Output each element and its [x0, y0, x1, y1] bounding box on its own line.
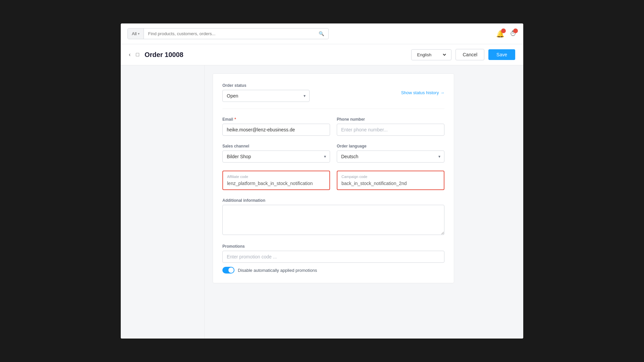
language-selector[interactable]: English Deutsch: [411, 49, 451, 60]
promotions-section: Promotions Disable automatically applied…: [222, 244, 444, 274]
affiliate-code-input[interactable]: [227, 181, 325, 186]
form-card: Order status Open In Progress Completed …: [213, 73, 454, 283]
top-bar: All ▾ 🔍 🔔 ⏱: [121, 23, 523, 44]
order-language-col: Order language Deutsch English: [337, 144, 444, 163]
sales-channel-label: Sales channel: [222, 144, 330, 148]
campaign-code-label: Campaign code: [341, 175, 440, 179]
notification-bell-button[interactable]: 🔔: [496, 30, 504, 38]
email-input[interactable]: [222, 124, 330, 136]
campaign-code-input[interactable]: [341, 181, 440, 186]
disable-promotions-row: Disable automatically applied promotions: [222, 267, 444, 274]
email-col: Email *: [222, 117, 330, 136]
page-header: ‹ □ Order 10008 English Deutsch Cancel S…: [121, 44, 523, 65]
email-label: Email *: [222, 117, 330, 122]
copy-icon: □: [136, 52, 139, 57]
phone-label: Phone number: [337, 117, 444, 122]
sales-channel-wrapper: Bilder Shop: [222, 150, 330, 163]
sales-channel-col: Sales channel Bilder Shop: [222, 144, 330, 163]
content-area: Order status Open In Progress Completed …: [121, 65, 523, 339]
additional-info-label: Additional information: [222, 198, 444, 203]
sales-channel-select[interactable]: Bilder Shop: [222, 150, 330, 163]
phone-col: Phone number: [337, 117, 444, 136]
timer-badge: [513, 28, 518, 33]
notification-badge: [501, 28, 506, 33]
campaign-code-col: Campaign code: [337, 171, 444, 190]
additional-info-section: Additional information: [222, 198, 444, 236]
disable-promotions-toggle[interactable]: [222, 267, 234, 274]
page-title: Order 10008: [145, 51, 183, 59]
affiliate-code-label: Affiliate code: [227, 175, 325, 179]
email-phone-row: Email * Phone number: [222, 117, 444, 136]
language-dropdown[interactable]: English Deutsch: [416, 52, 447, 58]
save-button[interactable]: Save: [488, 49, 515, 60]
main-content: Order status Open In Progress Completed …: [205, 65, 523, 339]
order-language-label: Order language: [337, 144, 444, 148]
order-language-wrapper: Deutsch English: [337, 150, 444, 163]
order-status-wrapper: Open In Progress Completed: [222, 90, 310, 102]
required-star: *: [234, 117, 236, 122]
affiliate-code-wrapper: Affiliate code: [222, 171, 330, 190]
promotion-code-input[interactable]: [222, 251, 444, 263]
search-all-label: All: [132, 31, 137, 36]
order-status-label: Order status: [222, 83, 401, 88]
search-icon: 🔍: [319, 31, 324, 36]
disable-promotions-label: Disable automatically applied promotions: [238, 268, 317, 273]
cancel-button[interactable]: Cancel: [455, 49, 484, 60]
affiliate-campaign-row: Affiliate code Campaign code: [222, 171, 444, 190]
copy-button[interactable]: □: [136, 52, 139, 58]
promotions-label: Promotions: [222, 244, 444, 249]
back-icon: ‹: [129, 52, 130, 58]
affiliate-code-col: Affiliate code: [222, 171, 330, 190]
chevron-down-icon: ▾: [138, 32, 140, 36]
order-language-select[interactable]: Deutsch English: [337, 150, 444, 163]
header-left: ‹ □ Order 10008: [129, 51, 183, 59]
search-icon-button[interactable]: 🔍: [315, 28, 328, 39]
show-status-history-link[interactable]: Show status history →: [401, 90, 444, 95]
timer-button[interactable]: ⏱: [510, 30, 517, 38]
back-button[interactable]: ‹: [129, 52, 130, 58]
campaign-code-wrapper: Campaign code: [337, 171, 444, 190]
status-col: Order status Open In Progress Completed: [222, 83, 401, 102]
sidebar: [121, 65, 205, 339]
top-bar-icons: 🔔 ⏱: [496, 30, 517, 38]
order-status-section: Order status Open In Progress Completed …: [222, 83, 444, 109]
channel-language-row: Sales channel Bilder Shop Order language…: [222, 144, 444, 163]
header-right: English Deutsch Cancel Save: [411, 49, 515, 60]
additional-info-textarea[interactable]: [222, 205, 444, 235]
search-all-dropdown[interactable]: All ▾: [128, 28, 144, 39]
search-input[interactable]: [144, 28, 315, 39]
search-area: All ▾ 🔍: [127, 28, 329, 39]
order-status-select[interactable]: Open In Progress Completed: [222, 90, 310, 102]
phone-input[interactable]: [337, 124, 444, 136]
